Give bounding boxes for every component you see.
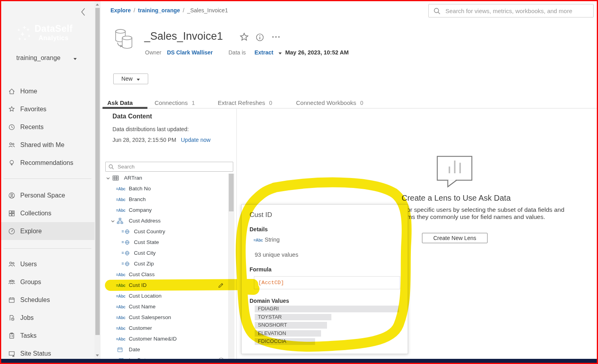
field-label: Cust Name: [129, 304, 156, 310]
domain-value-bar: FDICOCCIA: [255, 338, 315, 345]
tab-connected-workbooks[interactable]: Connected Workbooks0: [296, 99, 363, 106]
new-button[interactable]: New: [113, 74, 148, 84]
sidebar-item-favorites[interactable]: Favorites: [1, 100, 95, 118]
field-row-cust-country[interactable]: =Cust Country: [103, 226, 228, 237]
breadcrumb-item[interactable]: Explore: [110, 7, 131, 14]
edit-pencil-icon[interactable]: [218, 282, 224, 288]
field-row-cust-state[interactable]: =Cust State: [103, 237, 228, 248]
sidebar-item-users[interactable]: Users: [1, 255, 95, 273]
app-window: + + + + + + + DataSelf Analytics trainin…: [0, 0, 598, 364]
field-label: Branch: [129, 196, 146, 202]
site-selector[interactable]: training_orange: [16, 54, 77, 62]
field-row-cust-id[interactable]: =AbcCust ID: [103, 280, 228, 290]
field-list-scrollbar-thumb[interactable]: [229, 174, 234, 211]
global-search-input[interactable]: [445, 5, 591, 16]
sidebar-item-groups[interactable]: Groups: [1, 273, 95, 291]
sidebar-collapse-icon[interactable]: [79, 7, 89, 17]
sidebar-item-label: Users: [20, 261, 37, 268]
hierarchy-icon: [117, 218, 123, 224]
users-icon: [8, 260, 15, 268]
sidebar-item-collections[interactable]: Collections: [1, 204, 95, 222]
favorite-star-icon[interactable]: [239, 32, 249, 42]
breadcrumb-item[interactable]: training_orange: [138, 7, 180, 14]
sidebar-scrollbar-thumb[interactable]: [95, 8, 100, 335]
global-search[interactable]: [428, 4, 594, 17]
scroll-up-icon[interactable]: [96, 4, 99, 6]
lens-heading: Create a Lens to Use Ask Data: [359, 194, 553, 203]
extract-link[interactable]: Extract: [254, 49, 273, 56]
field-row-cust-class[interactable]: =AbcCust Class: [103, 269, 228, 280]
field-row-branch[interactable]: =AbcBranch: [103, 194, 228, 205]
calculated-string-icon: =Abc: [116, 305, 126, 309]
tab-connections[interactable]: Connections1: [155, 99, 195, 106]
distributions-updated-label: Data distributions last updated:: [112, 126, 189, 132]
distributions-updated-time: Jun 28, 2023, 2:15:50 PM Update now: [112, 137, 211, 143]
scroll-down-icon[interactable]: [96, 354, 99, 356]
field-search-input[interactable]: [117, 163, 232, 171]
calculated-string-icon: =Abc: [116, 283, 126, 288]
field-row-batch-no[interactable]: =AbcBatch No: [103, 183, 228, 194]
sidebar-item-label: Explore: [20, 228, 42, 235]
sidebar-item-label: Site Status: [20, 350, 51, 357]
field-row-cust-location[interactable]: =AbcCust Location: [103, 290, 228, 301]
unique-values-text: 93 unique values: [255, 252, 298, 258]
sidebar-item-shared-with-me[interactable]: Shared with Me: [1, 136, 95, 154]
sidebar-item-home[interactable]: Home: [1, 82, 95, 100]
field-label: Batch No: [129, 186, 151, 192]
field-type-name: String: [265, 236, 280, 243]
sidebar-item-label: Favorites: [20, 106, 46, 113]
field-row-customer[interactable]: =AbcCustomer: [103, 323, 228, 333]
field-row-date[interactable]: Date: [103, 344, 228, 355]
domain-value-bar: ELEVATION: [255, 330, 321, 337]
update-now-link[interactable]: Update now: [181, 137, 211, 143]
field-list-scrollbar[interactable]: [228, 174, 234, 359]
schedules-icon: [8, 296, 15, 304]
globe-icon: [124, 229, 130, 234]
sidebar-item-jobs[interactable]: Jobs: [1, 309, 95, 327]
jobs-icon: [8, 314, 15, 321]
sidebar-item-recents[interactable]: Recents: [1, 118, 95, 136]
field-row-cust-zip[interactable]: =Cust Zip: [103, 258, 228, 269]
sidebar-item-label: Personal Space: [20, 192, 65, 199]
sidebar-item-schedules[interactable]: Schedules: [1, 291, 95, 309]
compass-icon: [8, 227, 15, 235]
page-title: _Sales_Invoice1: [144, 30, 223, 43]
sidebar-item-personal-space[interactable]: Personal Space: [1, 186, 95, 204]
owner-link[interactable]: DS Clark Walliser: [167, 49, 213, 56]
expander-chevron-icon[interactable]: [106, 176, 110, 180]
create-new-lens-button[interactable]: Create New Lens: [422, 233, 488, 243]
logo-text-line1: DataSelf: [35, 24, 73, 33]
expander-chevron-icon[interactable]: [111, 219, 115, 223]
formula-box[interactable]: [AcctCD]: [254, 276, 400, 289]
field-row-cust-name[interactable]: =AbcCust Name: [103, 301, 228, 312]
site-status-icon: [8, 350, 15, 357]
sidebar-divider: [4, 248, 91, 249]
tasks-icon: [8, 332, 15, 339]
chevron-down-icon: [137, 79, 140, 81]
more-actions-icon[interactable]: [272, 35, 281, 39]
breadcrumb-item: _Sales_Invoice1: [187, 7, 228, 14]
field-row-cust-address[interactable]: Cust Address: [103, 215, 228, 226]
field-search[interactable]: [105, 162, 233, 172]
calculated-geo-icon: =: [122, 261, 124, 266]
field-row-cust-city[interactable]: =Cust City: [103, 248, 228, 258]
extract-caret-icon[interactable]: [279, 52, 282, 54]
tab-ask-data[interactable]: Ask Data: [107, 99, 133, 106]
info-icon[interactable]: [256, 33, 264, 41]
tab-extract-refreshes[interactable]: Extract Refreshes0: [218, 99, 272, 106]
sidebar-item-recommendations[interactable]: Recommendations: [1, 154, 95, 172]
sidebar-item-tasks[interactable]: Tasks: [1, 327, 95, 345]
sidebar-divider: [4, 178, 91, 179]
field-label: ARTran: [124, 175, 142, 181]
field-row-company[interactable]: =AbcCompany: [103, 205, 228, 215]
field-row-artran[interactable]: ARTran: [103, 172, 228, 183]
domain-value-bar: FDIAGRI: [255, 306, 399, 312]
sidebar-item-label: Tasks: [20, 332, 37, 339]
sidebar-item-explore[interactable]: Explore: [1, 222, 95, 240]
data-is-label: Data is: [228, 49, 246, 56]
field-row-customer-name-id[interactable]: =AbcCustomer Name&ID: [103, 333, 228, 344]
sidebar-scrollbar[interactable]: [95, 1, 101, 359]
extract-timestamp: May 26, 2023, 10:52 AM: [285, 49, 349, 56]
bottom-bar: [1, 359, 597, 363]
field-row-cust-salesperson[interactable]: =AbcCust Salesperson: [103, 312, 228, 323]
